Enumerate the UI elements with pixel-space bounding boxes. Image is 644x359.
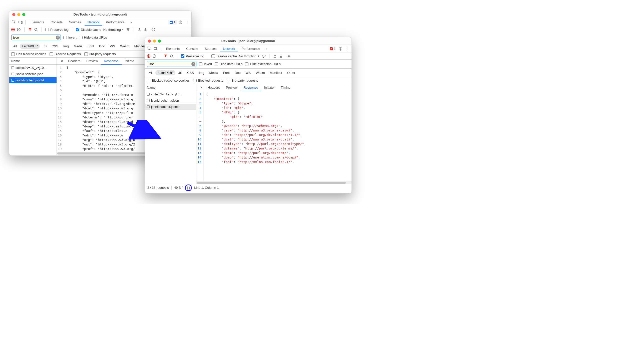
- type-font[interactable]: Font: [86, 44, 96, 49]
- request-row[interactable]: jsonld-schema.json: [145, 97, 196, 104]
- zoom-window-button[interactable]: [22, 13, 25, 16]
- block-checkbox[interactable]: 3rd-party requests: [227, 79, 258, 82]
- tab-sources[interactable]: Sources: [202, 45, 220, 52]
- type-all[interactable]: All: [147, 70, 154, 75]
- throttling-select[interactable]: No throttling▼: [239, 54, 260, 58]
- record-button[interactable]: [147, 54, 150, 58]
- type-img[interactable]: Img: [197, 70, 206, 75]
- minimize-window-button[interactable]: [17, 13, 20, 16]
- wifi-icon[interactable]: [126, 28, 130, 32]
- tab-performance[interactable]: Performance: [103, 19, 127, 26]
- close-details-icon[interactable]: ×: [198, 85, 205, 90]
- request-row[interactable]: collect?v=1&_v=j10...: [145, 91, 196, 97]
- hide-data-urls-checkbox[interactable]: Hide data URLs: [215, 62, 243, 66]
- block-checkbox[interactable]: Blocked Requests: [50, 52, 81, 56]
- response-body[interactable]: { "@context": { "type": "@type", "id": "…: [64, 65, 135, 152]
- clear-filter-icon[interactable]: ✕: [56, 36, 60, 40]
- detail-tab-response[interactable]: Response: [240, 84, 261, 91]
- wifi-icon[interactable]: [262, 54, 266, 58]
- block-checkbox[interactable]: 3rd-party requests: [84, 52, 116, 56]
- tab-network[interactable]: Network: [85, 19, 103, 26]
- tab-elements[interactable]: Elements: [163, 45, 183, 52]
- tab-sources[interactable]: Sources: [66, 19, 84, 26]
- type-ws[interactable]: WS: [108, 44, 117, 49]
- net-settings-icon[interactable]: [151, 28, 155, 32]
- inspect-icon[interactable]: [146, 46, 152, 52]
- type-media[interactable]: Media: [72, 44, 85, 49]
- invert-checkbox[interactable]: Invert: [199, 62, 212, 66]
- settings-icon[interactable]: [338, 46, 344, 52]
- filter-icon[interactable]: [28, 28, 32, 32]
- pretty-print-button[interactable]: { }: [185, 185, 192, 191]
- clear-filter-icon[interactable]: ✕: [191, 62, 195, 66]
- zoom-window-button[interactable]: [158, 40, 161, 43]
- filter-icon[interactable]: [164, 54, 168, 58]
- type-fetchxhr[interactable]: Fetch/XHR: [20, 44, 40, 49]
- tab-network[interactable]: Network: [220, 45, 238, 52]
- type-doc[interactable]: Doc: [233, 70, 242, 75]
- type-css[interactable]: CSS: [50, 44, 60, 49]
- invert-checkbox[interactable]: Invert: [63, 36, 77, 39]
- search-icon[interactable]: [34, 28, 38, 32]
- hide-data-urls-checkbox[interactable]: Hide data URLs: [79, 36, 107, 39]
- messages-badge[interactable]: 1: [168, 20, 177, 25]
- request-row[interactable]: jsonld-schema.json: [9, 71, 57, 77]
- upload-icon[interactable]: [137, 28, 141, 32]
- block-checkbox[interactable]: Blocked response cookies: [147, 79, 190, 82]
- close-details-icon[interactable]: ×: [59, 59, 65, 63]
- detail-tab-headers[interactable]: Headers: [65, 58, 83, 64]
- minimize-window-button[interactable]: [153, 40, 156, 43]
- detail-tab-preview[interactable]: Preview: [223, 84, 240, 91]
- inspect-icon[interactable]: [11, 19, 17, 25]
- detail-tab-preview[interactable]: Preview: [83, 58, 101, 64]
- close-window-button[interactable]: [148, 40, 151, 43]
- response-body[interactable]: { "@context": { "type": "@type", "id": "…: [204, 91, 306, 181]
- tab-elements[interactable]: Elements: [28, 19, 47, 26]
- device-icon[interactable]: [153, 46, 159, 52]
- type-all[interactable]: All: [11, 44, 19, 49]
- record-button[interactable]: [11, 28, 15, 31]
- hide-extension-urls-checkbox[interactable]: Hide extension URLs: [245, 62, 280, 66]
- detail-tab-headers[interactable]: Headers: [205, 84, 223, 91]
- close-window-button[interactable]: [12, 13, 15, 16]
- filter-input[interactable]: [11, 35, 61, 40]
- clear-icon[interactable]: [17, 28, 21, 32]
- type-other[interactable]: Other: [285, 70, 297, 75]
- tab-console[interactable]: Console: [48, 19, 66, 26]
- clear-icon[interactable]: [152, 54, 156, 58]
- kebab-icon[interactable]: ⋮: [344, 46, 350, 52]
- device-icon[interactable]: [17, 19, 23, 25]
- type-wasm[interactable]: Wasm: [254, 70, 267, 75]
- preserve-log-checkbox[interactable]: Preserve log: [181, 54, 204, 58]
- type-ws[interactable]: WS: [243, 70, 253, 75]
- type-js[interactable]: JS: [176, 70, 184, 75]
- type-media[interactable]: Media: [207, 70, 220, 75]
- name-column-header[interactable]: Name: [145, 84, 196, 91]
- block-checkbox[interactable]: Has blocked cookies: [11, 52, 46, 56]
- disable-cache-checkbox[interactable]: Disable cache: [76, 28, 101, 32]
- type-fetchxhr[interactable]: Fetch/XHR: [155, 70, 175, 75]
- block-checkbox[interactable]: Blocked requests: [193, 79, 223, 82]
- type-css[interactable]: CSS: [185, 70, 196, 75]
- preserve-log-checkbox[interactable]: Preserve log: [45, 28, 69, 32]
- request-row[interactable]: collect?v=1&_v=j10...: [9, 65, 57, 71]
- errors-badge[interactable]: ✕3: [328, 47, 337, 51]
- type-doc[interactable]: Doc: [97, 44, 107, 49]
- disable-cache-checkbox[interactable]: Disable cache: [211, 54, 237, 58]
- request-row[interactable]: jsonldcontext.jsonld: [9, 77, 57, 83]
- more-tabs-icon[interactable]: »: [128, 19, 134, 25]
- horizontal-scrollbar[interactable]: [196, 181, 352, 184]
- detail-tab-timing[interactable]: Timing: [278, 84, 293, 91]
- type-manifest[interactable]: Manifest: [268, 70, 284, 75]
- filter-input[interactable]: [147, 61, 196, 67]
- upload-icon[interactable]: [273, 54, 277, 58]
- tab-performance[interactable]: Performance: [238, 45, 263, 52]
- net-settings-icon[interactable]: [287, 54, 291, 58]
- type-font[interactable]: Font: [221, 70, 232, 75]
- search-icon[interactable]: [170, 54, 174, 58]
- kebab-icon[interactable]: ⋮: [184, 19, 190, 25]
- type-js[interactable]: JS: [41, 44, 49, 49]
- download-icon[interactable]: [279, 54, 283, 58]
- more-tabs-icon[interactable]: »: [264, 46, 270, 52]
- request-row[interactable]: jsonldcontext.jsonld: [145, 104, 196, 110]
